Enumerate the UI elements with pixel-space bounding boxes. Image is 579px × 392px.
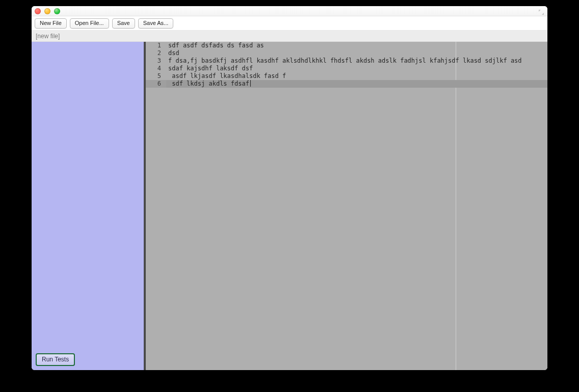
line-number: 5 — [146, 72, 166, 80]
toolbar: New File Open File... Save Save As... — [32, 16, 547, 31]
zoom-window-button[interactable] — [54, 8, 60, 14]
fullscreen-icon[interactable] — [538, 8, 544, 14]
line-text[interactable]: sdf lkdsj akdls fdsaf — [166, 80, 547, 88]
window-controls — [35, 8, 60, 14]
editor-line[interactable]: 3f dsa,fj basdkfj asdhfl kasdhf aklsdhdl… — [146, 57, 547, 65]
sidebar: Run Tests — [32, 42, 146, 370]
open-file-button[interactable]: Open File... — [70, 18, 109, 29]
new-file-button[interactable]: New File — [35, 18, 67, 29]
editor-line[interactable]: 4sdaf kajsdhf laksdf dsf — [146, 65, 547, 72]
line-number: 2 — [146, 49, 166, 57]
line-text[interactable]: sdf asdf dsfads ds fasd as — [166, 42, 547, 49]
line-number: 6 — [146, 80, 166, 88]
line-text[interactable]: sdaf kajsdhf laksdf dsf — [166, 65, 547, 72]
file-path-label: [new file] — [36, 33, 60, 40]
line-text[interactable]: f dsa,fj basdkfj asdhfl kasdhf aklsdhdlk… — [166, 57, 547, 65]
app-window: New File Open File... Save Save As... [n… — [32, 6, 547, 370]
save-as-button[interactable]: Save As... — [138, 18, 174, 29]
line-number: 3 — [146, 57, 166, 65]
editor-line[interactable]: 5 asdf lkjasdf lkasdhalsdk fasd f — [146, 72, 547, 80]
editor-line[interactable]: 2dsd — [146, 49, 547, 57]
save-button[interactable]: Save — [112, 18, 135, 29]
editor-line[interactable]: 1sdf asdf dsfads ds fasd as — [146, 42, 547, 49]
print-margin-guide — [456, 42, 456, 370]
line-text[interactable]: asdf lkjasdf lkasdhalsdk fasd f — [166, 72, 547, 80]
minimize-window-button[interactable] — [44, 8, 50, 14]
close-window-button[interactable] — [35, 8, 41, 14]
editor-line[interactable]: 6 sdf lkdsj akdls fdsaf — [146, 80, 547, 88]
line-number: 4 — [146, 65, 166, 72]
line-number: 1 — [146, 42, 166, 49]
file-path-bar: [new file] — [32, 31, 547, 42]
text-cursor — [250, 80, 251, 87]
code-editor[interactable]: 1sdf asdf dsfads ds fasd as2dsd3f dsa,fj… — [146, 42, 547, 370]
line-text[interactable]: dsd — [166, 49, 547, 57]
run-tests-button[interactable]: Run Tests — [36, 353, 75, 366]
titlebar — [32, 6, 547, 16]
